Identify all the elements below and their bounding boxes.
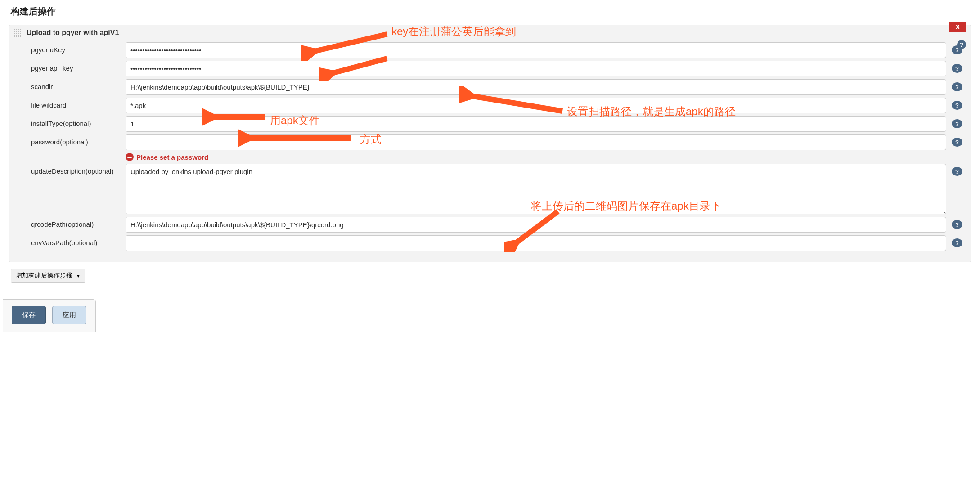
block-title: Upload to pgyer with apiV1 xyxy=(27,29,119,37)
label-scandir: scandir xyxy=(31,79,126,90)
label-apikey: pgyer api_key xyxy=(31,61,126,72)
label-envvars: envVarsPath(optional) xyxy=(31,235,126,246)
help-icon[interactable]: ? xyxy=(952,238,962,247)
input-installtype[interactable] xyxy=(126,116,946,132)
help-icon[interactable]: ? xyxy=(952,101,962,110)
post-build-block: Upload to pgyer with apiV1 X ? pgyer uKe… xyxy=(9,25,971,262)
apply-button[interactable]: 应用 xyxy=(52,306,86,324)
add-step-button[interactable]: 增加构建后操作步骤 ▼ xyxy=(11,269,85,283)
chevron-down-icon: ▼ xyxy=(76,273,81,278)
help-icon[interactable]: ? xyxy=(952,167,962,176)
help-icon[interactable]: ? xyxy=(952,64,962,73)
input-envvars[interactable] xyxy=(126,235,946,251)
section-title: 构建后操作 xyxy=(0,0,980,25)
input-scandir[interactable] xyxy=(126,79,946,95)
row-envvars: envVarsPath(optional) ? xyxy=(31,235,962,251)
add-step-label: 增加构建后操作步骤 xyxy=(16,272,72,280)
footer-bar: 保存 应用 xyxy=(3,299,96,332)
help-icon[interactable]: ? xyxy=(952,138,962,147)
row-qrcode: qrcodePath(optional) ? xyxy=(31,217,962,233)
error-icon xyxy=(126,153,134,161)
row-scandir: scandir ? xyxy=(31,79,962,95)
label-ukey: pgyer uKey xyxy=(31,42,126,54)
help-icon[interactable]: ? xyxy=(952,119,962,128)
textarea-desc[interactable] xyxy=(126,164,946,214)
label-installtype: installType(optional) xyxy=(31,116,126,127)
input-password[interactable] xyxy=(126,134,946,150)
form-body: pgyer uKey ? pgyer api_key ? scandir ? f… xyxy=(9,40,971,262)
input-ukey[interactable] xyxy=(126,42,946,58)
label-desc: updateDescription(optional) xyxy=(31,164,126,175)
row-apikey: pgyer api_key ? xyxy=(31,61,962,76)
label-password: password(optional) xyxy=(31,134,126,146)
block-header: Upload to pgyer with apiV1 X ? xyxy=(9,25,971,40)
validation-password: Please set a password xyxy=(126,153,962,161)
row-wildcard: file wildcard ? xyxy=(31,98,962,113)
save-button[interactable]: 保存 xyxy=(12,306,46,324)
input-wildcard[interactable] xyxy=(126,98,946,113)
row-ukey: pgyer uKey ? xyxy=(31,42,962,58)
help-icon[interactable]: ? xyxy=(952,220,962,229)
add-step-row: 增加构建后操作步骤 ▼ xyxy=(9,262,971,287)
row-desc: updateDescription(optional) ? xyxy=(31,164,962,214)
label-qrcode: qrcodePath(optional) xyxy=(31,217,126,228)
input-apikey[interactable] xyxy=(126,61,946,76)
input-qrcode[interactable] xyxy=(126,217,946,233)
label-wildcard: file wildcard xyxy=(31,98,126,109)
close-button[interactable]: X xyxy=(949,22,966,32)
drag-handle-icon[interactable] xyxy=(14,29,22,37)
row-password: password(optional) ? xyxy=(31,134,962,150)
row-installtype: installType(optional) ? xyxy=(31,116,962,132)
validation-text: Please set a password xyxy=(136,153,208,161)
help-icon[interactable]: ? xyxy=(952,45,962,54)
help-icon[interactable]: ? xyxy=(952,82,962,91)
